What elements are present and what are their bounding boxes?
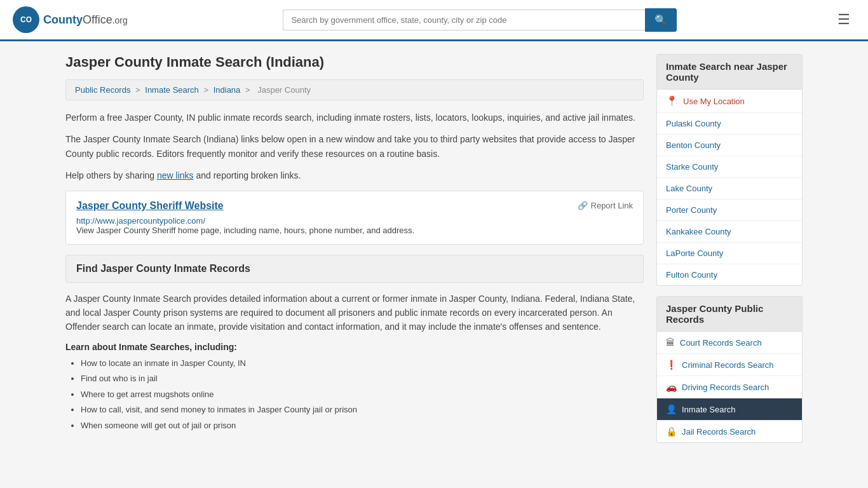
main-content: Jasper County Inmate Search (Indiana) Pu… [65, 54, 644, 453]
search-area: 🔍 [283, 8, 677, 32]
sidebar-public-records-header: Jasper County Public Records [656, 296, 803, 332]
sidebar-item-inmate-search[interactable]: 👤 Inmate Search [657, 398, 802, 421]
description-2: The Jasper County Inmate Search (Indiana… [65, 132, 644, 161]
sidebar-item-pulaski[interactable]: Pulaski County [657, 113, 802, 135]
logo-text: CountyOffice.org [43, 13, 128, 27]
search-input[interactable] [283, 10, 645, 30]
sidebar-item-laporte[interactable]: LaPorte County [657, 243, 802, 264]
pulaski-county-link[interactable]: Pulaski County [666, 119, 721, 128]
driving-records-link[interactable]: Driving Records Search [682, 383, 769, 392]
new-links-link[interactable]: new links [157, 170, 194, 180]
driving-icon: 🚗 [666, 382, 677, 392]
bullet-3: Where to get arrest mugshots online [81, 388, 644, 401]
record-url[interactable]: http://www.jaspercountypolice.com/ [76, 216, 205, 226]
menu-button[interactable]: ☰ [832, 9, 855, 30]
laporte-county-link[interactable]: LaPorte County [666, 248, 723, 258]
bullet-2: Find out who is in jail [81, 372, 644, 385]
page-title: Jasper County Inmate Search (Indiana) [65, 54, 644, 71]
sidebar-item-fulton[interactable]: Fulton County [657, 264, 802, 285]
kankakee-county-link[interactable]: Kankakee County [666, 227, 731, 236]
jail-records-link[interactable]: Jail Records Search [682, 427, 756, 437]
location-icon: 📍 [666, 95, 678, 107]
sidebar-use-location[interactable]: 📍 Use My Location [657, 90, 802, 113]
sidebar-public-records-body: 🏛 Court Records Search ❗ Criminal Record… [656, 332, 803, 443]
sidebar-nearby-section: Inmate Search near Jasper County 📍 Use M… [656, 54, 803, 286]
sidebar-item-driving-records[interactable]: 🚗 Driving Records Search [657, 376, 802, 398]
breadcrumb-current: Jasper County [257, 85, 311, 95]
breadcrumb-sep2: > [203, 85, 210, 95]
sidebar-item-kankakee[interactable]: Kankakee County [657, 221, 802, 243]
sidebar-nearby-header: Inmate Search near Jasper County [656, 54, 803, 90]
find-text: A Jasper County Inmate Search provides d… [65, 292, 644, 334]
porter-county-link[interactable]: Porter County [666, 205, 717, 215]
record-header: Jasper County Sheriff Website 🔗 Report L… [76, 200, 633, 212]
criminal-icon: ❗ [666, 360, 677, 370]
benton-county-link[interactable]: Benton County [666, 140, 721, 150]
bullet-4: How to call, visit, and send money to in… [81, 403, 644, 416]
sidebar-item-lake[interactable]: Lake County [657, 178, 802, 200]
record-card: Jasper County Sheriff Website 🔗 Report L… [65, 191, 644, 245]
learn-title: Learn about Inmate Searches, including: [65, 342, 644, 352]
inmate-search-link[interactable]: Inmate Search [682, 405, 736, 414]
inmate-icon: 👤 [666, 404, 677, 414]
find-title: Find Jasper County Inmate Records [76, 263, 633, 274]
sidebar-item-benton[interactable]: Benton County [657, 135, 802, 156]
jail-icon: 🔒 [666, 426, 677, 437]
sidebar-item-court-records[interactable]: 🏛 Court Records Search [657, 332, 802, 354]
breadcrumb-indiana[interactable]: Indiana [214, 85, 241, 95]
report-icon: 🔗 [578, 201, 588, 210]
site-header: CO CountyOffice.org 🔍 ☰ [0, 0, 868, 41]
sidebar-item-jail-records[interactable]: 🔒 Jail Records Search [657, 421, 802, 442]
desc3-pre: Help others by sharing [65, 170, 157, 180]
search-button[interactable]: 🔍 [645, 8, 677, 32]
description-1: Perform a free Jasper County, IN public … [65, 111, 644, 125]
bullet-list: How to locate an inmate in Jasper County… [65, 357, 644, 432]
logo-area: CO CountyOffice.org [13, 6, 128, 33]
court-icon: 🏛 [666, 337, 675, 348]
sidebar-nearby-body: 📍 Use My Location Pulaski County Benton … [656, 90, 803, 286]
starke-county-link[interactable]: Starke County [666, 162, 718, 172]
record-description: View Jasper County Sheriff home page, in… [76, 226, 633, 235]
svg-text:CO: CO [20, 15, 32, 24]
report-label: Report Link [591, 201, 633, 210]
lake-county-link[interactable]: Lake County [666, 184, 712, 193]
sidebar-public-records-section: Jasper County Public Records 🏛 Court Rec… [656, 296, 803, 443]
fulton-county-link[interactable]: Fulton County [666, 270, 717, 280]
logo-icon: CO [13, 6, 39, 33]
report-link[interactable]: 🔗 Report Link [578, 201, 633, 210]
use-location-link[interactable]: Use My Location [683, 97, 745, 106]
sidebar: Inmate Search near Jasper County 📍 Use M… [656, 54, 803, 453]
page-container: Jasper County Inmate Search (Indiana) Pu… [53, 41, 815, 466]
find-section: Find Jasper County Inmate Records [65, 255, 644, 283]
sidebar-item-porter[interactable]: Porter County [657, 200, 802, 221]
court-records-link[interactable]: Court Records Search [680, 338, 762, 348]
record-title[interactable]: Jasper County Sheriff Website [76, 200, 224, 212]
description-3: Help others by sharing new links and rep… [65, 168, 644, 182]
breadcrumb-sep1: > [135, 85, 142, 95]
breadcrumb-public-records[interactable]: Public Records [75, 85, 130, 95]
criminal-records-link[interactable]: Criminal Records Search [682, 360, 774, 370]
bullet-1: How to locate an inmate in Jasper County… [81, 357, 644, 370]
sidebar-item-criminal-records[interactable]: ❗ Criminal Records Search [657, 354, 802, 376]
breadcrumb-sep3: > [245, 85, 252, 95]
desc3-post: and reporting broken links. [194, 170, 301, 180]
sidebar-item-starke[interactable]: Starke County [657, 156, 802, 178]
breadcrumb-inmate-search[interactable]: Inmate Search [145, 85, 199, 95]
breadcrumb: Public Records > Inmate Search > Indiana… [65, 79, 644, 100]
bullet-5: When someone will get out of jail or pri… [81, 419, 644, 432]
